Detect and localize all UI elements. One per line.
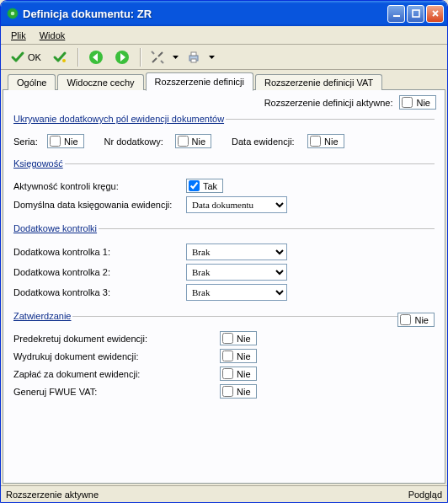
svg-rect-2 — [393, 15, 400, 17]
k1-label: Dodatkowa kontrolka 1: — [13, 247, 186, 257]
active-label: Rozszerzenie definicji aktywne: — [264, 98, 393, 108]
nr-checkbox[interactable]: Nie — [175, 134, 212, 148]
nr-label: Nr dodatkowy: — [104, 136, 175, 147]
k3-label: Dodatkowa kontrolka 3: — [13, 287, 186, 297]
wydruk-label: Wydrukuj dokument ewidencji: — [13, 351, 220, 361]
tab-ogolne[interactable]: Ogólne — [8, 74, 56, 90]
fwue-checkbox[interactable]: Nie — [220, 384, 257, 399]
active-checkbox[interactable]: Nie — [399, 95, 436, 110]
back-button[interactable] — [84, 47, 108, 67]
titlebar[interactable]: Definicja dokumentu: ZR — [1, 1, 447, 26]
svg-rect-9 — [191, 59, 196, 62]
seria-label: Seria: — [13, 136, 47, 147]
tab-rozszerzenie-definicji[interactable]: Rozszerzenie definicji — [146, 72, 253, 91]
tab-rozszerzenie-definicji-vat[interactable]: Rozszerzenie definicji VAT — [255, 74, 382, 90]
seria-checkbox-input[interactable] — [50, 136, 61, 147]
apply-button[interactable] — [48, 47, 72, 67]
menu-plik[interactable]: Plik — [6, 29, 31, 42]
approve-aside-checkbox[interactable]: Nie — [397, 313, 435, 327]
svg-rect-8 — [191, 52, 196, 56]
predekret-checkbox[interactable]: Nie — [220, 331, 257, 345]
approve-aside-checkbox-input[interactable] — [400, 314, 411, 325]
print-dropdown[interactable] — [207, 56, 216, 59]
tab-panel: Rozszerzenie definicji aktywne: Nie Ukry… — [3, 90, 445, 484]
group-zatwierdzanie: Zatwierdzanie Nie Predekretuj dokument e… — [13, 311, 435, 402]
data-checkbox[interactable]: Nie — [307, 134, 344, 148]
print-button[interactable] — [183, 48, 205, 67]
minimize-button[interactable] — [387, 5, 405, 23]
back-arrow-icon — [88, 50, 104, 65]
app-window: Definicja dokumentu: ZR Plik Widok OK — [0, 0, 448, 503]
maximize-button[interactable] — [407, 5, 424, 23]
group-hide-legend: Ukrywanie dodatkowych pól ewidencji doku… — [13, 114, 226, 124]
toolbar-separator — [140, 48, 141, 67]
active-checkbox-input[interactable] — [402, 97, 413, 108]
active-row: Rozszerzenie definicji aktywne: Nie — [264, 95, 436, 110]
status-left: Rozszerzenie aktywne — [6, 490, 408, 500]
tools-icon — [151, 51, 164, 64]
toolbar-separator — [77, 48, 78, 67]
zaplac-label: Zapłać za dokument ewidencji: — [13, 369, 220, 379]
k3-select[interactable]: Brak — [186, 284, 287, 301]
k2-label: Dodatkowa kontrolka 2: — [13, 267, 186, 277]
kontrola-checkbox[interactable]: Tak — [186, 179, 223, 193]
k1-select[interactable]: Brak — [186, 243, 287, 260]
zaplac-checkbox-input[interactable] — [222, 368, 233, 379]
tools-button[interactable] — [147, 48, 168, 67]
k2-select[interactable]: Brak — [186, 264, 287, 281]
menubar: Plik Widok — [1, 26, 447, 45]
printer-icon — [187, 51, 200, 64]
kontrola-checkbox-input[interactable] — [189, 180, 200, 191]
defdate-label: Domyślna data księgowania ewidencji: — [13, 200, 186, 210]
predekret-label: Predekretuj dokument ewidencji: — [13, 334, 220, 344]
defdate-select[interactable]: Data dokumentu — [186, 196, 287, 213]
group-hide: Ukrywanie dodatkowych pól ewidencji doku… — [13, 114, 435, 152]
data-label: Data ewidencji: — [232, 136, 307, 147]
statusbar: Rozszerzenie aktywne Podgląd — [1, 485, 447, 502]
window-buttons — [387, 5, 444, 23]
svg-point-4 — [62, 59, 66, 62]
group-kontrolki-legend: Dodatkowe kontrolki — [13, 223, 99, 233]
forward-button[interactable] — [110, 47, 134, 67]
ok-button[interactable]: OK — [6, 47, 45, 67]
ok-check-icon — [10, 50, 25, 65]
tools-dropdown[interactable] — [171, 56, 180, 59]
status-right: Podgląd — [408, 490, 442, 500]
app-icon — [6, 7, 19, 20]
seria-checkbox[interactable]: Nie — [47, 134, 84, 148]
nr-checkbox-input[interactable] — [178, 136, 189, 147]
predekret-checkbox-input[interactable] — [222, 333, 233, 344]
apply-check-icon — [52, 50, 67, 65]
kontrola-label: Aktywność kontroli kręgu: — [13, 181, 186, 191]
wydruk-checkbox-input[interactable] — [222, 350, 233, 361]
svg-point-1 — [11, 12, 15, 16]
wydruk-checkbox[interactable]: Nie — [220, 349, 257, 363]
window-title: Definicja dokumentu: ZR — [23, 8, 387, 20]
fwue-checkbox-input[interactable] — [222, 386, 233, 397]
tab-widoczne-cechy[interactable]: Widoczne cechy — [57, 74, 143, 90]
menu-widok[interactable]: Widok — [35, 29, 71, 42]
group-kontrolki: Dodatkowe kontrolki Dodatkowa kontrolka … — [13, 223, 435, 304]
tabbar: Ogólne Widoczne cechy Rozszerzenie defin… — [1, 70, 447, 90]
forward-arrow-icon — [115, 50, 130, 65]
zaplac-checkbox[interactable]: Nie — [220, 367, 257, 381]
svg-rect-3 — [413, 10, 419, 17]
toolbar: OK — [1, 45, 447, 70]
group-zatwierdzanie-legend: Zatwierdzanie — [13, 311, 72, 321]
group-ksiegowosc: Księgowość Aktywność kontroli kręgu: Tak… — [13, 158, 435, 217]
fwue-label: Generuj FWUE VAT: — [13, 387, 220, 397]
close-button[interactable] — [426, 5, 444, 23]
data-checkbox-input[interactable] — [310, 136, 321, 147]
group-ksiegowosc-legend: Księgowość — [13, 158, 65, 169]
